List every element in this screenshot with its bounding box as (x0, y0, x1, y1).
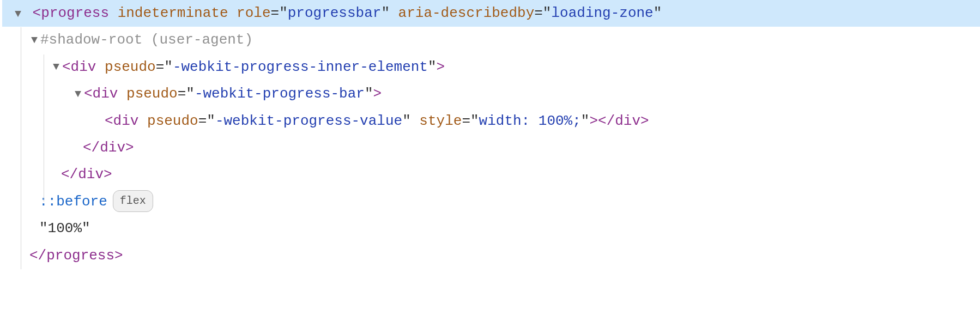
dom-node-div-value[interactable]: <div pseudo="-webkit-progress-value" sty… (2, 108, 980, 135)
expand-toggle-icon[interactable]: ▼ (73, 84, 83, 105)
pseudo-selector: ::before (39, 189, 107, 215)
shadow-root-label: #shadow-root (user-agent) (40, 27, 253, 53)
text-node[interactable]: "100%" (2, 215, 980, 242)
tree-guide-line (21, 27, 21, 269)
expand-toggle-icon[interactable]: ▼ (29, 30, 39, 51)
dom-node-div-inner[interactable]: ▼ <div pseudo="-webkit-progress-inner-el… (2, 54, 980, 81)
expand-toggle-icon[interactable]: ▼ (51, 57, 61, 77)
dom-tree: ▼ <progress indeterminate role="progress… (0, 0, 980, 269)
dom-close-div[interactable]: </div> (2, 161, 980, 188)
code-token: </progress> (29, 243, 123, 269)
code-token: </div> (61, 161, 112, 188)
dom-close-progress[interactable]: </progress> (2, 243, 980, 269)
code-token: <div pseudo="-webkit-progress-bar"> (84, 81, 382, 107)
dom-node-progress[interactable]: ▼ <progress indeterminate role="progress… (2, 0, 980, 27)
code-token: <div pseudo="-webkit-progress-value" sty… (105, 108, 649, 135)
code-token: <div pseudo="-webkit-progress-inner-elem… (62, 54, 445, 81)
code-token: </div> (83, 135, 134, 161)
pseudo-before-node[interactable]: ::before flex (2, 189, 980, 215)
dom-node-div-bar[interactable]: ▼ <div pseudo="-webkit-progress-bar"> (2, 81, 980, 107)
expand-toggle-icon[interactable]: ▼ (13, 4, 23, 25)
dom-close-div[interactable]: </div> (2, 135, 980, 161)
text-content: "100%" (39, 215, 90, 242)
shadow-root-node[interactable]: ▼ #shadow-root (user-agent) (2, 27, 980, 53)
display-badge: flex (113, 190, 153, 212)
tree-guide-line (44, 54, 44, 202)
code-token: <progress indeterminate role="progressba… (33, 5, 662, 21)
